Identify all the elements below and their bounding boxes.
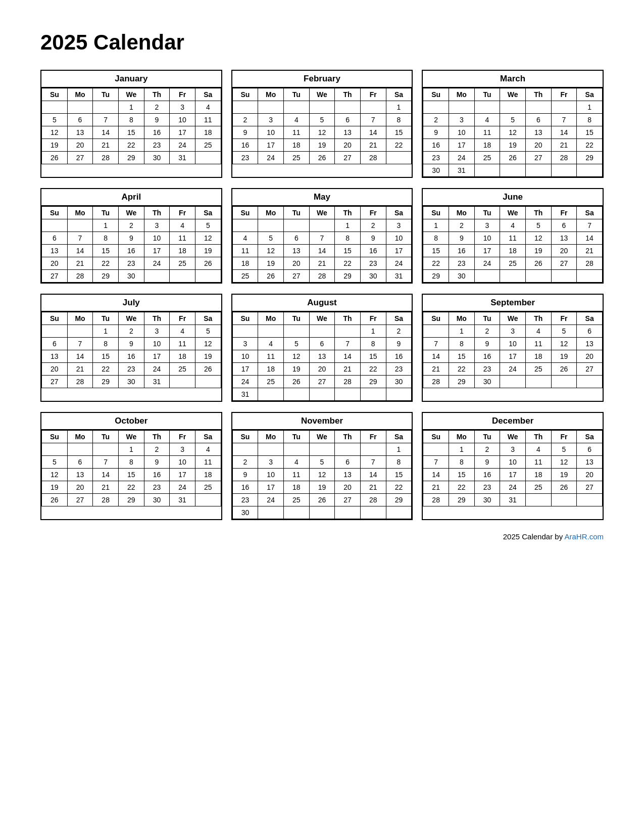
day-cell: 11 xyxy=(474,126,500,139)
day-cell: 26 xyxy=(258,270,284,283)
day-cell: 22 xyxy=(386,481,412,494)
day-header: Th xyxy=(144,431,170,443)
day-cell: 14 xyxy=(335,350,361,363)
day-cell: 16 xyxy=(360,245,386,257)
day-cell: 7 xyxy=(423,338,449,350)
empty-cell xyxy=(360,101,386,114)
day-cell: 23 xyxy=(423,152,449,164)
day-cell: 15 xyxy=(93,350,119,363)
month-table: SuMoTuWeThFrSa12345678910111213141516171… xyxy=(232,206,412,283)
day-cell: 10 xyxy=(386,232,412,245)
day-cell: 27 xyxy=(42,270,68,283)
day-cell: 11 xyxy=(525,456,551,469)
footer-link[interactable]: AraHR.com xyxy=(564,532,604,541)
day-header: We xyxy=(309,88,335,101)
day-cell: 18 xyxy=(283,481,309,494)
day-header: Su xyxy=(42,88,68,101)
day-cell: 12 xyxy=(309,469,335,481)
day-header: Th xyxy=(144,312,170,325)
day-cell: 15 xyxy=(360,350,386,363)
empty-cell xyxy=(551,376,577,388)
day-cell: 12 xyxy=(283,350,309,363)
day-cell: 13 xyxy=(67,469,93,481)
day-cell: 13 xyxy=(335,126,361,139)
day-cell: 28 xyxy=(360,494,386,506)
day-cell: 13 xyxy=(335,469,361,481)
day-cell: 12 xyxy=(42,469,68,481)
empty-cell xyxy=(258,443,284,456)
week-row: 12345 xyxy=(42,219,221,232)
day-header: Mo xyxy=(67,88,93,101)
day-cell: 29 xyxy=(386,494,412,506)
day-cell: 4 xyxy=(474,114,500,126)
week-row: 1 xyxy=(423,101,603,114)
month-table: SuMoTuWeThFrSa12345678910111213141516171… xyxy=(423,430,603,506)
day-cell: 25 xyxy=(170,363,195,376)
day-cell: 21 xyxy=(93,139,119,152)
day-cell: 18 xyxy=(195,126,221,139)
day-header: Sa xyxy=(577,431,603,443)
day-cell: 14 xyxy=(360,126,386,139)
day-cell: 29 xyxy=(449,376,474,388)
day-cell: 12 xyxy=(195,232,221,245)
day-header: Th xyxy=(525,312,551,325)
day-cell: 20 xyxy=(525,139,551,152)
day-cell: 21 xyxy=(360,139,386,152)
day-header: Sa xyxy=(195,207,221,219)
day-header: We xyxy=(309,207,335,219)
day-cell: 1 xyxy=(386,443,412,456)
week-row: 13141516171819 xyxy=(42,350,221,363)
empty-cell xyxy=(386,152,412,164)
day-cell: 5 xyxy=(551,325,577,338)
day-cell: 2 xyxy=(360,219,386,232)
day-cell: 1 xyxy=(360,325,386,338)
day-cell: 18 xyxy=(474,139,500,152)
day-cell: 16 xyxy=(232,139,258,152)
day-cell: 5 xyxy=(551,443,577,456)
day-cell: 11 xyxy=(283,126,309,139)
day-cell: 11 xyxy=(500,232,526,245)
empty-cell xyxy=(525,164,551,177)
week-row: 262728293031 xyxy=(42,152,221,164)
day-cell: 16 xyxy=(118,245,144,257)
day-cell: 14 xyxy=(67,245,93,257)
day-cell: 17 xyxy=(144,245,170,257)
day-header: Sa xyxy=(195,431,221,443)
day-cell: 3 xyxy=(258,114,284,126)
day-cell: 25 xyxy=(283,494,309,506)
empty-cell xyxy=(232,101,258,114)
empty-cell xyxy=(93,101,119,114)
day-header: Tu xyxy=(93,88,119,101)
day-cell: 8 xyxy=(449,456,474,469)
day-cell: 26 xyxy=(42,152,68,164)
day-header: Su xyxy=(423,207,449,219)
empty-cell xyxy=(551,270,577,283)
day-cell: 27 xyxy=(67,152,93,164)
day-header: Su xyxy=(232,431,258,443)
day-cell: 27 xyxy=(525,152,551,164)
day-cell: 10 xyxy=(500,456,526,469)
week-row: 567891011 xyxy=(42,456,221,469)
day-cell: 6 xyxy=(525,114,551,126)
week-row: 12345 xyxy=(42,325,221,338)
day-cell: 20 xyxy=(283,257,309,270)
empty-cell xyxy=(386,388,412,401)
day-cell: 8 xyxy=(386,114,412,126)
week-row: 23242526272829 xyxy=(232,494,412,506)
empty-cell xyxy=(283,506,309,519)
month-table: SuMoTuWeThFrSa12345678910111213141516171… xyxy=(41,206,221,283)
day-cell: 31 xyxy=(386,270,412,283)
day-header: Su xyxy=(232,88,258,101)
empty-cell xyxy=(449,101,474,114)
day-cell: 14 xyxy=(577,232,603,245)
day-cell: 30 xyxy=(449,270,474,283)
day-cell: 11 xyxy=(170,232,195,245)
day-cell: 7 xyxy=(67,338,93,350)
day-header: Fr xyxy=(170,312,195,325)
empty-cell xyxy=(423,325,449,338)
day-cell: 13 xyxy=(283,245,309,257)
day-cell: 9 xyxy=(118,338,144,350)
day-header: Tu xyxy=(283,207,309,219)
week-row: 22232425262728 xyxy=(423,257,603,270)
day-cell: 28 xyxy=(93,152,119,164)
